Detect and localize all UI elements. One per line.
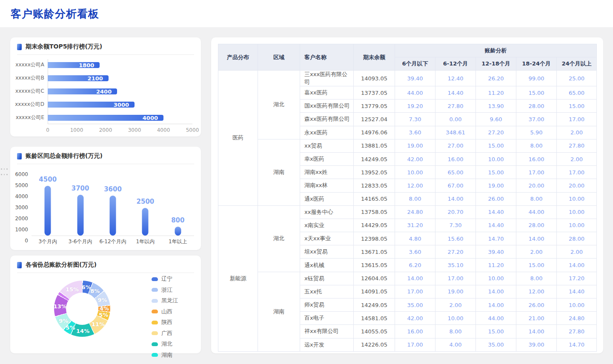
aging-value-cell[interactable]: 17.00 [395, 338, 435, 351]
aging-value-cell[interactable]: 14.40 [476, 205, 516, 219]
aging-value-cell[interactable]: 16.00 [435, 152, 476, 165]
legend-item-辽宁[interactable]: 辽宁 [152, 275, 178, 283]
aging-value-cell[interactable]: 19.00 [395, 139, 435, 152]
aging-value-cell[interactable]: 28.00 [516, 219, 557, 232]
legend-item-浙江[interactable]: 浙江 [152, 286, 178, 294]
aging-value-cell[interactable]: 20.70 [435, 205, 476, 219]
aging-value-cell[interactable]: 2.00 [557, 126, 597, 139]
aging-value-cell[interactable]: 15.00 [476, 325, 516, 338]
legend-item-湖北[interactable]: 湖北 [152, 340, 178, 348]
legend-item-湖南[interactable]: 湖南 [152, 351, 178, 359]
aging-value-cell[interactable]: 27.00 [435, 139, 476, 152]
aging-value-cell[interactable]: 3.60 [395, 245, 435, 259]
aging-value-cell[interactable]: 7.30 [395, 113, 435, 126]
top5-bar[interactable]: 4000 [48, 115, 163, 121]
aging-value-cell[interactable]: 65.00 [557, 86, 597, 100]
aging-value-cell[interactable]: 11.20 [476, 86, 516, 100]
aging-value-cell[interactable]: 10.00 [557, 219, 597, 232]
aging-value-cell[interactable]: 27.80 [557, 139, 597, 152]
aging-bar[interactable] [175, 227, 181, 236]
aging-value-cell[interactable]: 12.40 [435, 71, 476, 86]
aging-value-cell[interactable]: 15.00 [516, 86, 557, 100]
aging-value-cell[interactable]: 10.00 [435, 312, 476, 325]
aging-value-cell[interactable]: 10.00 [476, 272, 516, 285]
aging-value-cell[interactable]: 14.00 [476, 285, 516, 298]
aging-value-cell[interactable]: 17.00 [516, 166, 557, 179]
aging-bar[interactable] [110, 196, 116, 236]
aging-value-cell[interactable]: 14.00 [395, 272, 435, 285]
aging-value-cell[interactable]: 26.00 [516, 299, 557, 312]
aging-value-cell[interactable]: 26.20 [476, 71, 516, 86]
legend-item-广西[interactable]: 广西 [152, 330, 178, 337]
aging-value-cell[interactable]: 17.00 [557, 113, 597, 126]
top5-bar[interactable]: 2100 [48, 75, 109, 81]
aging-value-cell[interactable]: 14.70 [557, 338, 597, 351]
aging-value-cell[interactable]: 15.00 [476, 139, 516, 152]
aging-value-cell[interactable]: 67.00 [435, 179, 476, 192]
aging-value-cell[interactable]: 14.40 [557, 285, 597, 298]
aging-value-cell[interactable]: 9.60 [476, 113, 516, 126]
aging-value-cell[interactable]: 20.00 [516, 179, 557, 192]
aging-value-cell[interactable]: 44.00 [476, 312, 516, 325]
aging-value-cell[interactable]: 5.90 [516, 126, 557, 139]
aging-value-cell[interactable]: 37.00 [516, 113, 557, 126]
aging-value-cell[interactable]: 17.00 [557, 166, 597, 179]
aging-value-cell[interactable]: 39.40 [395, 71, 435, 86]
aging-value-cell[interactable]: 2.00 [557, 245, 597, 259]
aging-value-cell[interactable]: 27.80 [557, 325, 597, 338]
aging-value-cell[interactable]: 3.60 [395, 126, 435, 139]
aging-value-cell[interactable]: 2.00 [557, 152, 597, 165]
aging-value-cell[interactable]: 39.40 [476, 245, 516, 259]
aging-value-cell[interactable]: 8.00 [516, 192, 557, 205]
aging-value-cell[interactable]: 10.00 [395, 166, 435, 179]
aging-value-cell[interactable]: 17.00 [395, 285, 435, 298]
aging-value-cell[interactable]: 14.00 [435, 192, 476, 205]
aging-value-cell[interactable]: 25.00 [557, 71, 597, 86]
aging-value-cell[interactable]: 10.00 [557, 299, 597, 312]
aging-value-cell[interactable]: 21.00 [516, 312, 557, 325]
aging-value-cell[interactable]: 15.00 [557, 100, 597, 113]
aging-value-cell[interactable]: 19.00 [476, 179, 516, 192]
aging-value-cell[interactable]: 24.80 [557, 312, 597, 325]
drag-handle[interactable] [1, 168, 6, 178]
aging-value-cell[interactable]: 15.00 [516, 259, 557, 272]
aging-value-cell[interactable]: 14.70 [476, 232, 516, 245]
legend-item-黑龙江[interactable]: 黑龙江 [152, 297, 178, 304]
aging-value-cell[interactable]: 11.20 [476, 259, 516, 272]
aging-value-cell[interactable]: 14.40 [476, 219, 516, 232]
aging-value-cell[interactable]: 19.00 [435, 285, 476, 298]
aging-value-cell[interactable]: 2.00 [435, 299, 476, 312]
donut-ring[interactable]: 6%8%9%4%5%11%14%5%9%13%15% [54, 281, 110, 337]
aging-value-cell[interactable]: 16.00 [516, 152, 557, 165]
aging-value-cell[interactable]: 14.00 [516, 232, 557, 245]
legend-item-陕西[interactable]: 陕西 [152, 318, 178, 326]
legend-item-山西[interactable]: 山西 [152, 308, 178, 316]
aging-bar[interactable] [77, 195, 83, 236]
aging-bar[interactable] [45, 186, 51, 236]
aging-value-cell[interactable]: 14.00 [557, 259, 597, 272]
aging-value-cell[interactable]: 19.20 [395, 100, 435, 113]
aging-value-cell[interactable]: 12.00 [395, 179, 435, 192]
aging-value-cell[interactable]: 7.30 [435, 219, 476, 232]
aging-value-cell[interactable]: 28.00 [557, 232, 597, 245]
aging-value-cell[interactable]: 44.00 [516, 205, 557, 219]
aging-value-cell[interactable]: 12.00 [516, 285, 557, 298]
aging-value-cell[interactable]: 8.00 [395, 192, 435, 205]
aging-value-cell[interactable]: 348.61 [435, 126, 476, 139]
aging-value-cell[interactable]: 10.00 [476, 152, 516, 165]
aging-value-cell[interactable]: 4.80 [395, 232, 435, 245]
aging-value-cell[interactable]: 35.00 [476, 338, 516, 351]
aging-value-cell[interactable]: 44.00 [395, 86, 435, 100]
aging-value-cell[interactable]: 26.00 [476, 192, 516, 205]
aging-value-cell[interactable]: 16.00 [395, 325, 435, 338]
aging-value-cell[interactable]: 10.00 [557, 205, 597, 219]
aging-value-cell[interactable]: 6.20 [395, 259, 435, 272]
aging-value-cell[interactable]: 27.80 [435, 100, 476, 113]
aging-value-cell[interactable]: 27.20 [435, 245, 476, 259]
aging-value-cell[interactable]: 15.00 [476, 166, 516, 179]
aging-value-cell[interactable]: 28.00 [516, 100, 557, 113]
aging-value-cell[interactable]: 39.00 [516, 338, 557, 351]
aging-value-cell[interactable]: 8.00 [516, 272, 557, 285]
aging-value-cell[interactable]: 14.00 [476, 299, 516, 312]
aging-value-cell[interactable]: 8.00 [516, 139, 557, 152]
